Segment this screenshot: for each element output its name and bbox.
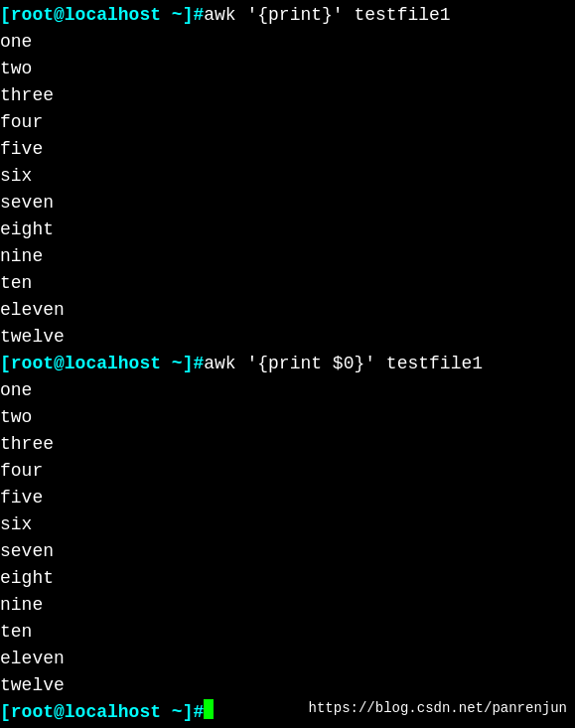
output-text: eleven: [0, 297, 65, 324]
output-text: two: [0, 56, 32, 82]
output-line: eleven: [0, 297, 575, 324]
output-text: eleven: [0, 646, 65, 672]
watermark: https://blog.csdn.net/panrenjun: [309, 695, 567, 722]
prompt: [root@localhost ~]#: [0, 699, 204, 726]
output-text: one: [0, 29, 32, 56]
output-line: seven: [0, 190, 575, 217]
output-text: three: [0, 82, 54, 109]
output-text: six: [0, 511, 32, 538]
output-text: twelve: [0, 324, 65, 351]
output-line: four: [0, 458, 575, 485]
output-line: two: [0, 56, 575, 82]
output-line: eight: [0, 217, 575, 243]
command-text: awk '{print $0}' testfile1: [204, 351, 483, 377]
output-text: one: [0, 377, 32, 404]
output-line: nine: [0, 592, 575, 619]
output-text: nine: [0, 592, 43, 619]
output-text: four: [0, 109, 43, 136]
output-line: five: [0, 136, 575, 163]
prompt: [root@localhost ~]#: [0, 2, 204, 29]
output-line: six: [0, 511, 575, 538]
cursor: [204, 699, 214, 719]
output-text: seven: [0, 190, 54, 217]
output-line: twelve: [0, 324, 575, 351]
output-line: one: [0, 29, 575, 56]
command-line: [root@localhost ~]#awk '{print $0}' test…: [0, 351, 575, 377]
output-line: three: [0, 431, 575, 458]
output-text: four: [0, 458, 43, 485]
output-text: twelve: [0, 672, 65, 699]
output-text: ten: [0, 619, 32, 646]
output-line: ten: [0, 619, 575, 646]
output-line: six: [0, 163, 575, 190]
output-line: ten: [0, 270, 575, 297]
output-text: five: [0, 485, 43, 511]
output-text: eight: [0, 217, 54, 243]
output-line: two: [0, 404, 575, 431]
output-line: four: [0, 109, 575, 136]
output-line: three: [0, 82, 575, 109]
output-line: eleven: [0, 646, 575, 672]
command-text: awk '{print}' testfile1: [204, 2, 450, 29]
terminal: [root@localhost ~]#awk '{print}' testfil…: [0, 0, 575, 728]
output-text: eight: [0, 565, 54, 592]
output-line: five: [0, 485, 575, 511]
output-text: five: [0, 136, 43, 163]
output-line: seven: [0, 538, 575, 565]
prompt: [root@localhost ~]#: [0, 351, 204, 377]
output-text: seven: [0, 538, 54, 565]
output-text: ten: [0, 270, 32, 297]
output-line: one: [0, 377, 575, 404]
output-text: three: [0, 431, 54, 458]
command-line: [root@localhost ~]#awk '{print}' testfil…: [0, 2, 575, 29]
output-line: nine: [0, 243, 575, 270]
output-text: nine: [0, 243, 43, 270]
output-line: eight: [0, 565, 575, 592]
output-text: six: [0, 163, 32, 190]
output-text: two: [0, 404, 32, 431]
